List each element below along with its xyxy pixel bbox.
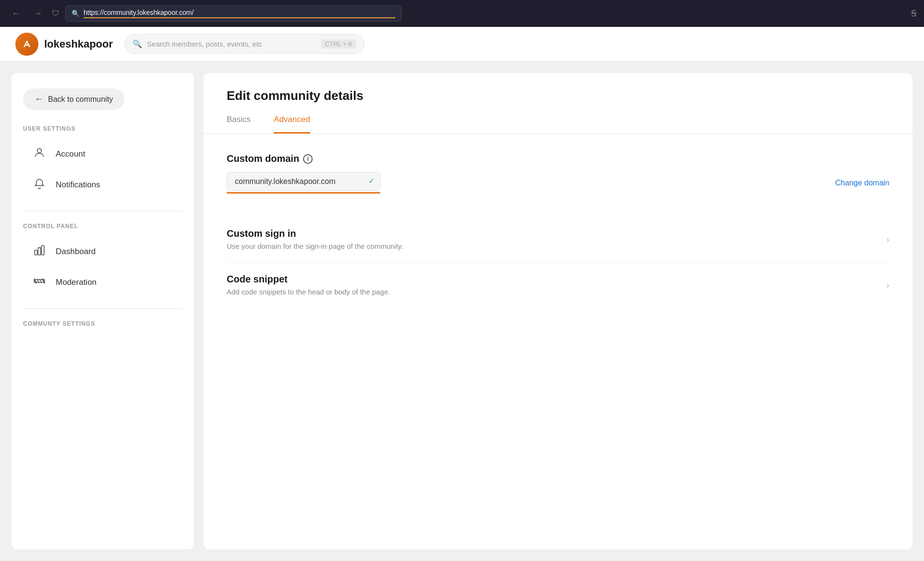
- app-header: lokeshkapoor 🔍 Search members, posts, ev…: [0, 27, 924, 61]
- back-nav-button[interactable]: ←: [8, 7, 24, 21]
- content-area: Edit community details Basics Advanced C…: [204, 73, 912, 549]
- back-button-label: Back to community: [48, 95, 113, 104]
- sidebar-item-notifications[interactable]: Notifications: [23, 171, 182, 199]
- logo-container[interactable]: lokeshkapoor: [15, 33, 113, 56]
- community-settings-section-label: COMMUNTY SETTINGS: [23, 320, 182, 327]
- search-placeholder-text: Search members, posts, events, etc: [147, 40, 316, 48]
- back-to-community-button[interactable]: ← Back to community: [23, 88, 124, 110]
- tab-advanced[interactable]: Advanced: [274, 115, 310, 134]
- change-domain-button[interactable]: Change domain: [835, 179, 889, 187]
- sidebar: ← Back to community USER SETTINGS Accoun…: [12, 73, 194, 549]
- control-panel-section-label: CONTROL PANEL: [23, 223, 182, 230]
- code-snippet-content: Code snippet Add code snippets to the he…: [227, 274, 390, 296]
- logo-icon: [15, 33, 38, 56]
- svg-rect-4: [41, 245, 44, 255]
- svg-line-7: [37, 280, 39, 283]
- custom-signin-section[interactable]: Custom sign in Use your domain for the s…: [227, 217, 889, 262]
- search-bar[interactable]: 🔍 Search members, posts, events, etc CTR…: [124, 34, 365, 54]
- domain-input-container: ✓: [227, 172, 380, 194]
- svg-line-8: [39, 280, 42, 283]
- svg-point-1: [37, 148, 42, 153]
- divider-2: [23, 308, 182, 309]
- browser-chrome: ← → 🛡 🔍 https://community.lokeshkapoor.c…: [0, 0, 924, 27]
- domain-check-icon: ✓: [368, 176, 375, 185]
- dashboard-label: Dashboard: [56, 247, 96, 256]
- domain-input[interactable]: [227, 172, 380, 191]
- sidebar-item-account[interactable]: Account: [23, 140, 182, 169]
- url-text: https://community.lokeshkapoor.com/: [84, 9, 395, 18]
- account-icon: [33, 146, 46, 162]
- sidebar-item-dashboard[interactable]: Dashboard: [23, 237, 182, 266]
- page-title: Edit community details: [227, 88, 889, 103]
- svg-rect-2: [35, 250, 37, 255]
- browser-extra-icon: Ꞩ: [911, 8, 916, 19]
- domain-underline: [227, 192, 380, 194]
- svg-rect-3: [38, 248, 40, 255]
- tabs: Basics Advanced: [227, 115, 889, 134]
- main-container: ← Back to community USER SETTINGS Accoun…: [0, 61, 924, 561]
- notifications-label: Notifications: [56, 180, 100, 190]
- back-arrow-icon: ←: [35, 94, 43, 104]
- address-search-icon: 🔍: [72, 10, 80, 17]
- custom-signin-content: Custom sign in Use your domain for the s…: [227, 228, 403, 250]
- code-snippet-title: Code snippet: [227, 274, 390, 285]
- tab-basics[interactable]: Basics: [227, 115, 251, 134]
- custom-domain-title: Custom domain i: [227, 153, 889, 164]
- code-snippet-desc: Add code snippets to the head or body of…: [227, 288, 390, 296]
- custom-signin-title: Custom sign in: [227, 228, 403, 239]
- site-name: lokeshkapoor: [44, 38, 113, 50]
- shield-icon: 🛡: [52, 9, 60, 18]
- account-label: Account: [56, 149, 85, 159]
- dashboard-icon: [33, 244, 46, 259]
- custom-domain-section: Custom domain i ✓ Change domain: [227, 153, 889, 194]
- custom-signin-chevron-icon: ›: [886, 234, 889, 245]
- forward-nav-button[interactable]: →: [30, 7, 46, 21]
- code-snippet-section[interactable]: Code snippet Add code snippets to the he…: [227, 262, 889, 307]
- domain-input-row: ✓ Change domain: [227, 172, 889, 194]
- content-header: Edit community details Basics Advanced: [204, 73, 912, 134]
- sidebar-item-moderation[interactable]: Moderation: [23, 268, 182, 297]
- address-bar[interactable]: 🔍 https://community.lokeshkapoor.com/: [65, 5, 401, 22]
- search-shortcut: CTRL + K: [321, 39, 356, 49]
- code-snippet-chevron-icon: ›: [886, 280, 889, 291]
- user-settings-section-label: USER SETTINGS: [23, 125, 182, 132]
- content-body: Custom domain i ✓ Change domain: [204, 134, 912, 327]
- notifications-icon: [33, 177, 46, 193]
- moderation-label: Moderation: [56, 278, 97, 287]
- divider-1: [23, 211, 182, 211]
- moderation-icon: [33, 275, 46, 290]
- custom-signin-desc: Use your domain for the sign-in page of …: [227, 242, 403, 250]
- search-icon: 🔍: [133, 39, 142, 49]
- custom-domain-info-icon[interactable]: i: [303, 154, 313, 164]
